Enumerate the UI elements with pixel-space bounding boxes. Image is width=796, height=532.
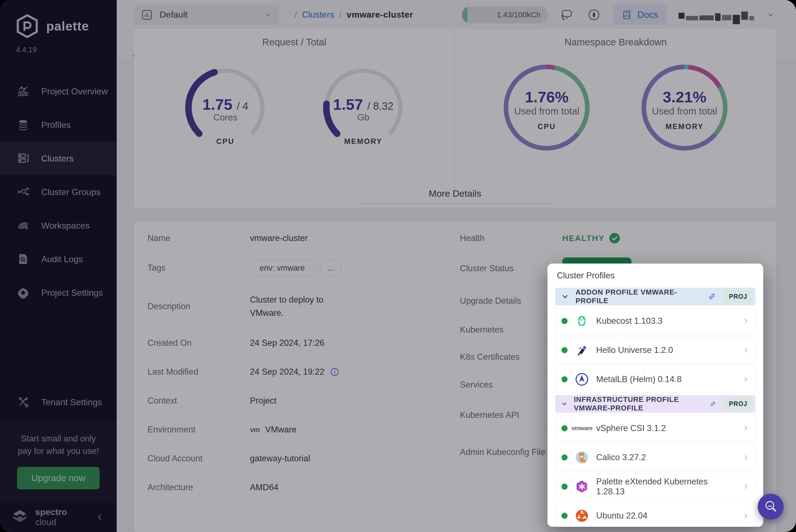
magnifier-smile-icon <box>763 499 778 514</box>
profile-pack-calico[interactable]: Calico 3.27.2 <box>555 444 756 471</box>
chevron-down-icon <box>561 400 567 408</box>
chevron-down-icon <box>561 292 569 301</box>
infrastructure-profile-header[interactable]: INFRASTRUCTURE PROFILE VMWARE-PROFILE PR… <box>555 395 756 413</box>
pack-name: Hello Universe 1.2.0 <box>596 345 735 355</box>
pack-status-dot <box>561 513 568 519</box>
pack-name: Calico 3.27.2 <box>596 453 735 462</box>
pack-name: Kubecost 1.103.3 <box>596 316 735 326</box>
chevron-right-icon <box>742 347 749 354</box>
pack-name: Palette eXtended Kubernetes 1.28.13 <box>596 477 735 496</box>
kubecost-icon <box>575 314 589 328</box>
link-icon[interactable] <box>709 399 717 408</box>
chevron-right-icon <box>742 425 749 432</box>
profile-pack-hello-universe[interactable]: Hello Universe 1.2.0 <box>555 337 756 364</box>
vmware-icon: vmware <box>575 421 589 435</box>
infrastructure-profile-label: INFRASTRUCTURE PROFILE VMWARE-PROFILE <box>574 395 703 412</box>
hello-universe-icon <box>575 343 589 357</box>
ubuntu-icon <box>575 509 589 523</box>
palette-pxk-icon <box>575 479 589 494</box>
addon-profile-label: ADDON PROFILE VMWARE-PROFILE <box>576 288 701 305</box>
pack-name: Ubuntu 22.04 <box>596 511 735 521</box>
calico-icon <box>575 450 589 464</box>
pack-status-dot <box>561 454 568 460</box>
proj-scope-badge: PROJ <box>723 398 753 411</box>
pack-status-dot <box>561 425 568 431</box>
profile-pack-vsphere-csi[interactable]: vmware vSphere CSI 3.1.2 <box>555 415 756 442</box>
metallb-icon <box>575 372 589 386</box>
pack-name: vSphere CSI 3.1.2 <box>596 423 735 433</box>
chevron-right-icon <box>742 483 749 490</box>
pack-status-dot <box>561 483 568 490</box>
profile-pack-ubuntu[interactable]: Ubuntu 22.04 <box>555 502 756 527</box>
addon-profile-header[interactable]: ADDON PROFILE VMWARE-PROFILE PROJ <box>555 288 756 305</box>
chevron-right-icon <box>742 454 749 461</box>
chevron-right-icon <box>742 512 749 519</box>
chevron-right-icon <box>742 318 749 325</box>
proj-scope-badge: PROJ <box>723 290 753 303</box>
pack-name: MetalLB (Helm) 0.14.8 <box>596 374 735 384</box>
pack-status-dot <box>561 376 568 382</box>
app-window: palette 4.4.19 Project Overview Profiles <box>0 0 796 532</box>
cluster-profiles-panel: Cluster Profiles ADDON PROFILE VMWARE-PR… <box>548 264 763 527</box>
cluster-profiles-title: Cluster Profiles <box>557 271 756 281</box>
profile-pack-palette-extended-kubernetes[interactable]: Palette eXtended Kubernetes 1.28.13 <box>555 473 756 500</box>
support-search-button[interactable] <box>758 494 784 520</box>
profile-pack-kubecost[interactable]: Kubecost 1.103.3 <box>555 307 756 335</box>
chevron-right-icon <box>742 376 749 383</box>
link-icon[interactable] <box>708 292 717 301</box>
pack-status-dot <box>561 318 568 324</box>
pack-status-dot <box>561 347 568 353</box>
profile-pack-metallb[interactable]: MetalLB (Helm) 0.14.8 <box>555 366 756 393</box>
